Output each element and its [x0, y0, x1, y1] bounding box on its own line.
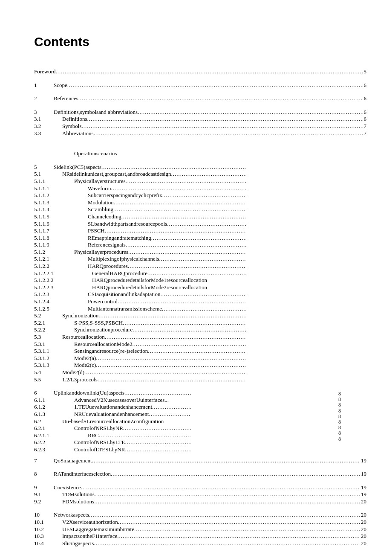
side-page-number: 8	[338, 402, 341, 408]
toc-entry-title: QoSmanagement	[54, 457, 92, 464]
toc-entry: 5.3.1.1Sensingandresource(re-)selection	[34, 348, 247, 355]
toc-leader-dots	[123, 320, 246, 326]
toc-entry-page: 6	[363, 95, 367, 102]
toc-entry-number: 5.3.1.3	[34, 362, 58, 369]
toc-entry-number: 6.2.2	[34, 439, 58, 446]
toc-entry: 5.1.2.2HARQprocedures	[34, 263, 247, 270]
toc-leader-dots	[152, 404, 191, 410]
toc-entry: Operationscenarios	[34, 150, 366, 157]
toc-entry: 5.1.1.7PSSCH	[34, 227, 247, 234]
toc-entry-title: Synchronization	[62, 312, 98, 319]
toc-entry-number: 9	[34, 484, 52, 491]
toc-entry-number: 6.1.3	[34, 411, 58, 418]
toc-entry-title: FDMsolutions	[62, 498, 94, 505]
toc-leader-dots	[111, 185, 246, 192]
toc-leader-dots	[159, 256, 246, 262]
toc-entry-number: 9.1	[34, 491, 52, 498]
toc-entry: 3.1Definitions6	[34, 116, 366, 122]
toc-entry-title: HARQprocedures	[88, 263, 128, 270]
toc-entry-title: ControlofLTESLbyNR	[74, 446, 125, 453]
toc-entry-number: 5.1.2.2	[34, 263, 62, 270]
toc-entry: 3.2Symbols7	[34, 123, 366, 130]
toc-leader-dots	[56, 68, 363, 75]
toc-entry-page: 20	[360, 511, 366, 518]
side-page-number: 8	[338, 430, 341, 436]
toc-leader-dots	[138, 109, 363, 116]
toc-entry-page: 19	[360, 471, 366, 477]
toc-entry-title: References	[54, 95, 78, 102]
toc-entry: 6.1.1AdvancedV2XusecasesoverUuinterfaces…	[34, 397, 366, 404]
toc-entry-number: 6.1.1	[34, 397, 58, 404]
toc-entry-title: S-PSS,S-SSS,PSBCH	[74, 320, 123, 326]
toc-entry: 5.1.2.2.2HARQproceduredetailsforMode1res…	[34, 277, 366, 284]
toc-leader-dots	[162, 305, 246, 312]
toc-entry-title: Operationscenarios	[74, 150, 117, 157]
toc-entry-title: AdvancedV2XusecasesoverUuinterfaces...	[74, 397, 169, 404]
toc-entry: 10.3ImpactsontheF1interface20	[34, 533, 366, 540]
toc-entry-number: 5.1.1	[34, 178, 58, 185]
toc-entry: 5.1.1.9Referencesignals	[34, 241, 247, 248]
toc-leader-dots	[124, 389, 191, 396]
toc-entry-number: 6.2.1	[34, 425, 58, 432]
toc-leader-dots	[125, 439, 191, 446]
toc-entry: Foreword5	[34, 68, 366, 75]
toc-entry-title: HARQproceduredetailsforMode2resourceallo…	[92, 284, 207, 291]
toc-entry-number: 10	[34, 511, 52, 518]
toc-entry: 5.1NRsidelinkunicast,groupcast,andbroadc…	[34, 171, 247, 177]
toc-entry: 6.1.21.TEUuevaluationandenhancement	[34, 404, 192, 410]
toc-entry-title: V2Xserviceauthorization	[62, 519, 118, 526]
toc-entry: 6.2.1.1RRC	[34, 432, 192, 439]
toc-entry: 5.1.2.4Powercontrol	[34, 298, 247, 305]
side-page-numbers: 888888888	[338, 391, 341, 442]
toc-entry-number: 5.1.1.1	[34, 185, 62, 192]
side-page-number: 8	[338, 408, 341, 414]
toc-entry-title: Scope	[54, 82, 67, 89]
toc-entry: 5Sidelink(PC5)aspects	[34, 164, 247, 171]
toc-entry: 5.3.1.2Mode2(a)	[34, 355, 247, 362]
toc-entry: 10.2UESLaggregatemaximumbitrate20	[34, 526, 366, 533]
toc-entry: 5.1.1.4Scrambling	[34, 206, 247, 213]
toc-leader-dots	[95, 491, 360, 498]
toc-leader-dots	[125, 446, 191, 453]
toc-entry-title: TDMsolutions	[62, 491, 95, 498]
toc-leader-dots	[126, 178, 246, 185]
toc-entry: 5.1.2.2.1GeneralHARQprocedure	[34, 270, 247, 277]
toc-entry-title: Modulation	[88, 199, 114, 206]
toc-entry: 5.3.1.3Mode2(c)	[34, 362, 247, 369]
toc-entry-number: 5.2	[34, 312, 52, 319]
toc-entry-title: Foreword	[34, 68, 56, 75]
toc-leader-dots	[149, 411, 191, 418]
toc-entry-page: 19	[360, 491, 366, 498]
toc-leader-dots	[67, 82, 363, 89]
toc-entry-title: ImpactsontheF1interface	[62, 533, 117, 540]
toc-entry: 10Networkaspects20	[34, 511, 366, 518]
toc-entry-number: 5.1.1.4	[34, 206, 62, 213]
toc-entry-number: 5.4	[34, 369, 52, 376]
toc-entry-title: Slicingaspects	[62, 540, 94, 547]
page-title: Contents	[34, 34, 366, 49]
toc-entry: 9.1TDMsolutions19	[34, 491, 366, 498]
toc-entry: 5.1.1.5Channelcoding	[34, 213, 247, 220]
toc-entry-page: 20	[360, 540, 366, 547]
toc-entry-title: Resourceallocation	[62, 334, 105, 340]
toc-entry-number: 6	[34, 389, 52, 396]
toc-entry-number: 5.1.2.4	[34, 298, 62, 305]
toc-leader-dots	[128, 249, 246, 256]
toc-leader-dots	[96, 355, 246, 362]
toc-entry-title: Scrambling	[88, 206, 113, 213]
toc-leader-dots	[162, 192, 246, 199]
toc-entry-title: ControlofNRSLbyNR	[74, 425, 123, 432]
toc-entry-title: Definitions,symbolsand abbreviations	[54, 109, 138, 116]
toc-entry-number: 8	[34, 471, 52, 477]
toc-entry-number: 6.1.2	[34, 404, 58, 410]
toc-entry-title: 1.2/L3protocols	[62, 376, 98, 383]
toc-entry-title: Multiplexingofphysicalchannels	[88, 256, 159, 262]
toc-entry: 5.4Mode2(d)	[34, 369, 247, 376]
toc-entry: 10.1V2Xserviceauthorization20	[34, 519, 366, 526]
toc-entry-title: NRUuevaluationandenhancement	[74, 411, 149, 418]
toc-entry-title: Networkaspects	[54, 511, 89, 518]
toc-entry: 6Uplinkanddownlink(Uu)aspects	[34, 389, 192, 396]
toc-leader-dots	[98, 312, 246, 319]
toc-leader-dots	[167, 221, 246, 227]
toc-leader-dots	[118, 519, 360, 526]
